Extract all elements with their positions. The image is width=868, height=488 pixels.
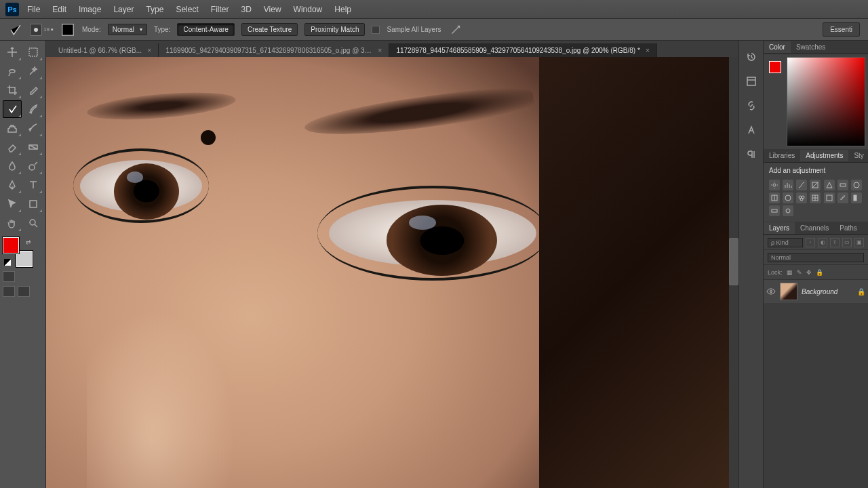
close-icon[interactable]: × (646, 46, 650, 54)
sample-all-layers-checkbox[interactable] (372, 26, 380, 34)
layer-name[interactable]: Background (802, 288, 837, 296)
colorlookup-icon[interactable] (810, 192, 821, 203)
hue-icon[interactable] (837, 180, 848, 190)
zoom-tool[interactable] (24, 214, 43, 232)
swap-colors-icon[interactable]: ⇄ (26, 239, 31, 245)
screen-mode-standard[interactable] (3, 286, 15, 297)
lock-position-icon[interactable]: ✥ (806, 269, 812, 276)
brightness-icon[interactable] (769, 180, 780, 190)
brush-tool[interactable] (24, 100, 43, 118)
document-tab-2[interactable]: 11728978_944574685585909_432977056410924… (389, 43, 657, 57)
lasso-tool[interactable] (3, 62, 22, 80)
selectivecolor-icon[interactable] (783, 205, 793, 216)
clone-stamp-tool[interactable] (3, 119, 22, 137)
menu-type[interactable]: Type (146, 5, 163, 14)
document-tab-1[interactable]: 11699005_942794039097315_671432699780631… (159, 43, 389, 57)
spot-healing-brush-tool[interactable] (3, 100, 22, 118)
layer-thumbnail[interactable] (780, 283, 797, 300)
brush-panel-toggle[interactable] (60, 22, 75, 37)
brush-preset-picker[interactable]: 19 ▾ (30, 24, 54, 36)
filter-pixel-icon[interactable]: ▫ (806, 238, 815, 247)
vertical-scrollbar[interactable] (729, 57, 738, 488)
shape-tool[interactable] (24, 195, 43, 213)
pen-tool[interactable] (3, 176, 22, 194)
menu-edit[interactable]: Edit (52, 5, 66, 14)
type-create-texture[interactable]: Create Texture (241, 23, 298, 36)
current-tool-icon[interactable] (8, 22, 23, 37)
menu-file[interactable]: File (27, 5, 40, 14)
visibility-icon[interactable] (766, 287, 776, 296)
exposure-icon[interactable] (810, 180, 821, 190)
close-icon[interactable]: × (147, 46, 151, 54)
properties-panel-icon[interactable] (745, 75, 758, 88)
path-selection-tool[interactable] (3, 195, 22, 213)
bw-icon[interactable] (769, 192, 780, 203)
character-panel-icon[interactable] (745, 123, 758, 137)
styles-tab[interactable]: Sty (848, 150, 868, 161)
workspace-switcher[interactable]: Essenti (823, 22, 860, 37)
filter-type-icon[interactable]: T (830, 238, 840, 247)
lock-all-icon[interactable]: 🔒 (816, 269, 823, 276)
default-colors-icon[interactable] (4, 259, 11, 266)
swatches-tab[interactable]: Swatches (791, 41, 831, 53)
type-proximity-match[interactable]: Proximity Match (304, 23, 365, 36)
eyedropper-tool[interactable] (24, 81, 43, 99)
posterize-icon[interactable] (837, 192, 848, 203)
blur-tool[interactable] (3, 157, 22, 175)
gradient-tool[interactable] (24, 138, 43, 156)
paragraph-panel-icon[interactable] (745, 148, 758, 161)
filter-shape-icon[interactable]: ▭ (842, 238, 852, 247)
type-content-aware[interactable]: Content-Aware (177, 23, 235, 36)
screen-mode-toggle[interactable] (18, 286, 30, 297)
menu-help[interactable]: Help (334, 5, 351, 14)
canvas-image[interactable] (46, 57, 729, 488)
marquee-tool[interactable] (24, 43, 43, 61)
quick-mask-toggle[interactable] (3, 271, 15, 282)
menu-layer[interactable]: Layer (113, 5, 134, 14)
filter-smart-icon[interactable]: ▣ (854, 238, 864, 247)
eraser-tool[interactable] (3, 138, 22, 156)
colorbalance-icon[interactable] (851, 180, 862, 190)
filter-adj-icon[interactable]: ◐ (818, 238, 827, 247)
menu-3d[interactable]: 3D (241, 5, 251, 14)
pressure-toggle[interactable] (448, 22, 463, 37)
links-panel-icon[interactable] (745, 99, 758, 113)
layers-tab[interactable]: Layers (764, 222, 795, 234)
menu-filter[interactable]: Filter (211, 5, 229, 14)
lock-image-icon[interactable]: ✎ (797, 269, 802, 276)
menu-image[interactable]: Image (79, 5, 101, 14)
foreground-color[interactable] (3, 237, 19, 253)
adjustments-tab[interactable]: Adjustments (800, 150, 848, 161)
curves-icon[interactable] (796, 180, 807, 190)
hand-tool[interactable] (3, 214, 22, 232)
history-brush-tool[interactable] (24, 119, 43, 137)
gradientmap-icon[interactable] (769, 205, 780, 216)
layer-row[interactable]: Background 🔒 (764, 280, 868, 303)
photofilter-icon[interactable] (783, 192, 793, 203)
vibrance-icon[interactable] (824, 180, 835, 190)
document-tab-0[interactable]: Untitled-1 @ 66.7% (RGB...× (52, 43, 159, 57)
paths-tab[interactable]: Paths (834, 222, 863, 234)
levels-icon[interactable] (783, 180, 793, 190)
crop-tool[interactable] (3, 81, 22, 99)
color-tab[interactable]: Color (764, 41, 791, 53)
blend-mode-dropdown[interactable]: Normal (108, 24, 147, 35)
text-tool[interactable] (24, 176, 43, 194)
color-swatches[interactable]: ⇄ (3, 237, 33, 267)
panel-fg-color[interactable] (769, 61, 781, 73)
dodge-tool[interactable] (24, 157, 43, 175)
lock-transparent-icon[interactable]: ▦ (787, 269, 793, 276)
invert-icon[interactable] (824, 192, 835, 203)
layer-filter-dropdown[interactable]: ρ Kind (768, 238, 803, 247)
close-icon[interactable]: × (378, 46, 382, 54)
menu-window[interactable]: Window (294, 5, 323, 14)
color-field[interactable] (787, 57, 865, 146)
channels-tab[interactable]: Channels (795, 222, 834, 234)
magic-wand-tool[interactable] (24, 62, 43, 80)
menu-view[interactable]: View (264, 5, 281, 14)
threshold-icon[interactable] (851, 192, 862, 203)
libraries-tab[interactable]: Libraries (764, 150, 800, 161)
menu-select[interactable]: Select (176, 5, 198, 14)
history-panel-icon[interactable] (745, 50, 758, 64)
move-tool[interactable] (3, 43, 22, 61)
